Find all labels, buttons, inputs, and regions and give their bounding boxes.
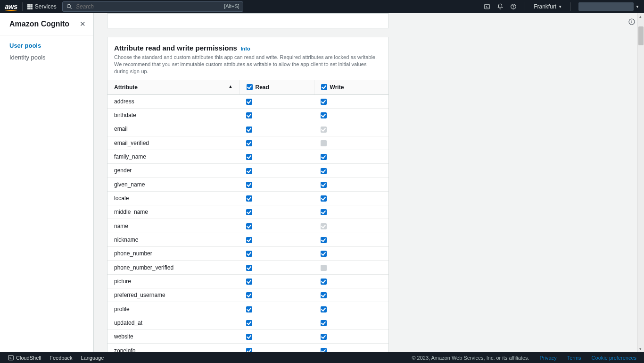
attribute-name: email_verified xyxy=(107,136,239,150)
scroll-thumb[interactable] xyxy=(638,26,644,45)
write-checkbox[interactable] xyxy=(321,279,327,285)
table-row: website xyxy=(107,330,388,344)
search-input[interactable] xyxy=(62,1,243,12)
write-checkbox[interactable] xyxy=(321,334,327,340)
attribute-name: phone_number_verified xyxy=(107,261,239,274)
aws-logo[interactable]: aws xyxy=(5,2,17,11)
read-checkbox[interactable] xyxy=(246,306,252,312)
attribute-name: nickname xyxy=(107,233,239,246)
read-checkbox[interactable] xyxy=(246,334,252,340)
sidebar-item-identity-pools[interactable]: Identity pools xyxy=(9,54,84,61)
table-row: middle_name xyxy=(107,205,388,219)
write-checkbox[interactable] xyxy=(321,154,327,160)
cloudshell-icon[interactable] xyxy=(480,3,494,10)
services-menu[interactable]: Services xyxy=(27,3,57,10)
sidebar: Amazon Cognito ✕ User poolsIdentity pool… xyxy=(0,13,94,352)
write-checkbox[interactable] xyxy=(321,195,327,202)
attribute-name: gender xyxy=(107,164,239,177)
read-checkbox[interactable] xyxy=(246,265,252,271)
write-checkbox[interactable] xyxy=(321,168,327,174)
svg-point-5 xyxy=(513,8,514,8)
write-checkbox[interactable] xyxy=(321,320,327,326)
close-icon[interactable]: ✕ xyxy=(80,20,86,28)
search-wrap: [Alt+S] xyxy=(62,1,243,12)
table-row: email xyxy=(107,122,388,136)
attribute-name: family_name xyxy=(107,150,239,163)
read-checkbox[interactable] xyxy=(246,112,252,118)
read-checkbox[interactable] xyxy=(246,251,252,257)
caret-down-icon: ▼ xyxy=(558,5,562,9)
read-checkbox[interactable] xyxy=(246,348,252,352)
table-row: family_name xyxy=(107,150,388,163)
svg-rect-9 xyxy=(8,355,14,360)
search-icon xyxy=(66,3,73,11)
terms-link[interactable]: Terms xyxy=(567,355,581,361)
scrollbar[interactable] xyxy=(637,13,644,352)
read-checkbox[interactable] xyxy=(246,292,252,298)
read-checkbox[interactable] xyxy=(246,182,252,188)
write-all-checkbox[interactable] xyxy=(321,84,327,90)
account-menu[interactable] xyxy=(578,2,634,11)
table-row: address xyxy=(107,94,388,108)
table-row: birthdate xyxy=(107,108,388,122)
write-checkbox[interactable] xyxy=(321,348,327,352)
table-row: profile xyxy=(107,302,388,316)
read-all-checkbox[interactable] xyxy=(247,84,253,90)
read-checkbox[interactable] xyxy=(246,209,252,215)
attribute-name: profile xyxy=(107,302,239,316)
attribute-name: name xyxy=(107,219,239,233)
copyright: © 2023, Amazon Web Services, Inc. or its… xyxy=(412,355,529,361)
read-checkbox[interactable] xyxy=(246,237,252,243)
write-checkbox[interactable] xyxy=(321,292,327,298)
write-checkbox[interactable] xyxy=(321,112,327,118)
region-selector[interactable]: Frankfurt ▼ xyxy=(534,3,562,10)
read-checkbox[interactable] xyxy=(246,195,252,202)
language-link[interactable]: Language xyxy=(81,355,104,361)
prev-panel xyxy=(107,13,389,28)
attribute-name: picture xyxy=(107,274,239,288)
svg-line-1 xyxy=(70,8,72,9)
col-attribute[interactable]: Attribute ▲ xyxy=(107,80,239,94)
attribute-name: given_name xyxy=(107,177,239,191)
help-icon[interactable] xyxy=(507,3,520,10)
info-link[interactable]: Info xyxy=(241,46,250,51)
table-row: given_name xyxy=(107,177,388,191)
col-write[interactable]: Write xyxy=(314,80,388,94)
panel-title: Attribute read and write permissions xyxy=(114,44,237,52)
help-panel-toggle[interactable] xyxy=(627,17,636,26)
table-row: preferred_username xyxy=(107,288,388,302)
sidebar-item-user-pools[interactable]: User pools xyxy=(9,42,84,49)
cloudshell-link[interactable]: CloudShell xyxy=(8,355,41,361)
read-checkbox[interactable] xyxy=(246,154,252,160)
privacy-link[interactable]: Privacy xyxy=(540,355,557,361)
feedback-link[interactable]: Feedback xyxy=(50,355,72,361)
write-checkbox[interactable] xyxy=(321,99,327,105)
attribute-name: preferred_username xyxy=(107,288,239,302)
write-checkbox[interactable] xyxy=(321,306,327,312)
sidebar-title: Amazon Cognito xyxy=(9,20,69,28)
table-row: locale xyxy=(107,191,388,205)
read-checkbox[interactable] xyxy=(246,320,252,326)
read-checkbox[interactable] xyxy=(246,127,252,133)
attribute-name: email xyxy=(107,122,239,136)
cookie-prefs-link[interactable]: Cookie preferences xyxy=(592,355,636,361)
read-checkbox[interactable] xyxy=(246,279,252,285)
write-checkbox[interactable] xyxy=(321,182,327,188)
content: Attribute read and write permissions Inf… xyxy=(94,13,644,352)
notifications-icon[interactable] xyxy=(494,3,507,10)
write-checkbox[interactable] xyxy=(321,237,327,243)
read-checkbox[interactable] xyxy=(246,140,252,146)
table-row: zoneinfo xyxy=(107,344,388,352)
write-checkbox xyxy=(321,140,327,146)
write-checkbox[interactable] xyxy=(321,251,327,257)
attribute-name: locale xyxy=(107,191,239,205)
write-checkbox[interactable] xyxy=(321,209,327,215)
read-checkbox[interactable] xyxy=(246,99,252,105)
read-checkbox[interactable] xyxy=(246,223,252,229)
col-read[interactable]: Read xyxy=(239,80,314,94)
services-label: Services xyxy=(35,3,57,10)
attribute-name: middle_name xyxy=(107,205,239,219)
table-row: phone_number xyxy=(107,247,388,261)
read-checkbox[interactable] xyxy=(246,168,252,174)
write-checkbox xyxy=(321,265,327,271)
